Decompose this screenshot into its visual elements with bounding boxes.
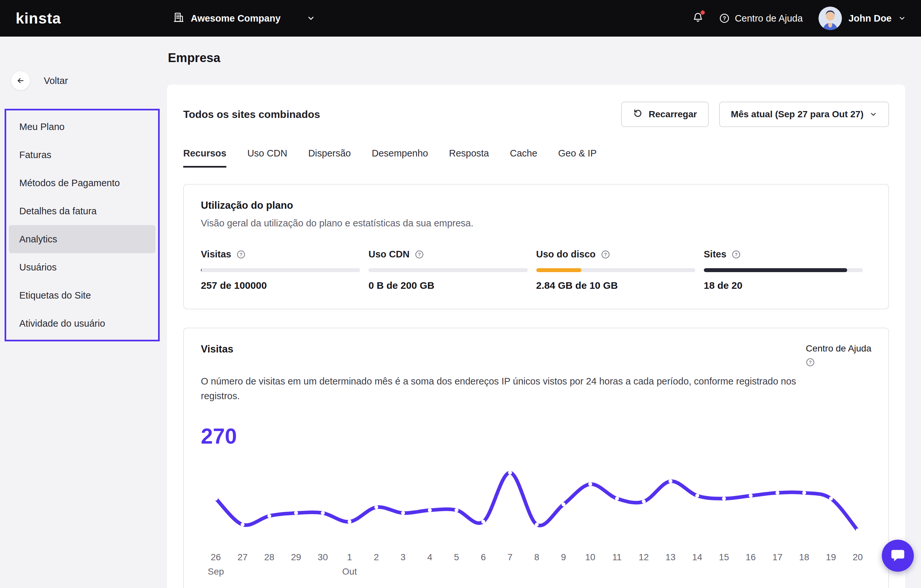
info-icon[interactable]: ? xyxy=(601,250,610,259)
back-button[interactable] xyxy=(11,71,30,90)
sidebar-item[interactable]: Meu Plano xyxy=(9,113,155,141)
sidebar-item-label: Meu Plano xyxy=(19,122,65,132)
sidebar-menu: Meu Plano Faturas Métodos de Pagamento D… xyxy=(5,109,160,341)
svg-text:16: 16 xyxy=(745,552,756,562)
chevron-down-icon xyxy=(898,15,906,22)
sidebar-item[interactable]: Faturas xyxy=(9,141,155,169)
svg-text:?: ? xyxy=(604,252,607,257)
chat-icon xyxy=(890,548,905,564)
reload-label: Recarregar xyxy=(649,109,697,120)
sidebar-item[interactable]: Detalhes da fatura xyxy=(9,197,155,225)
svg-text:5: 5 xyxy=(454,552,459,562)
tab-label: Cache xyxy=(510,148,537,158)
svg-text:?: ? xyxy=(240,252,242,257)
tab[interactable]: Desempenho xyxy=(372,148,428,168)
sidebar-item-label: Faturas xyxy=(19,150,51,160)
sidebar-item-label: Etiquetas do Site xyxy=(19,290,91,301)
sidebar-item-label: Usuários xyxy=(19,262,57,273)
reload-button[interactable]: Recarregar xyxy=(621,102,709,127)
tab[interactable]: Recursos xyxy=(183,148,226,168)
question-circle-icon: ? xyxy=(719,13,730,23)
usage-metric: Uso CDN ? 0 B de 200 GB xyxy=(368,249,536,291)
tab[interactable]: Resposta xyxy=(449,148,489,168)
svg-text:4: 4 xyxy=(427,552,433,562)
metric-label: Visitas xyxy=(201,249,231,260)
tab[interactable]: Cache xyxy=(510,148,537,168)
sidebar-item-label: Métodos de Pagamento xyxy=(19,178,120,189)
svg-text:14: 14 xyxy=(692,552,702,562)
svg-text:?: ? xyxy=(418,252,421,257)
progress-bar-track xyxy=(201,268,360,272)
user-name: John Doe xyxy=(848,13,892,24)
topbar-right: ? Centro de Ajuda John Doe xyxy=(692,0,906,37)
svg-text:15: 15 xyxy=(719,552,729,562)
svg-text:7: 7 xyxy=(508,552,513,562)
sidebar-item[interactable]: Analytics xyxy=(9,225,155,253)
help-center-link[interactable]: ? Centro de Ajuda xyxy=(719,13,803,24)
metric-value: 257 de 100000 xyxy=(201,280,368,291)
visits-header: Visitas Centro de Ajuda ? xyxy=(201,343,871,367)
kinsta-logo[interactable]: Kinsta xyxy=(16,0,61,37)
page-title: Empresa xyxy=(168,51,220,65)
svg-text:6: 6 xyxy=(481,552,486,562)
tab-label: Uso CDN xyxy=(247,148,287,158)
progress-bar-fill xyxy=(201,268,202,272)
chevron-down-icon xyxy=(869,111,877,118)
visits-chart-svg: 2627282930123456789101112131415161718192… xyxy=(201,458,871,582)
screen: Kinsta Awesome Company xyxy=(0,0,921,588)
metric-label-row: Uso do disco ? xyxy=(536,249,704,260)
svg-text:30: 30 xyxy=(318,552,328,562)
company-name: Awesome Company xyxy=(191,13,281,24)
tab[interactable]: Geo & IP xyxy=(558,148,597,168)
svg-text:20: 20 xyxy=(853,552,863,562)
info-icon[interactable]: ? xyxy=(732,250,741,259)
refresh-icon xyxy=(633,108,643,121)
metric-label-row: Sites ? xyxy=(704,249,871,260)
info-icon[interactable]: ? xyxy=(236,250,246,259)
svg-text:?: ? xyxy=(723,15,726,21)
sidebar-item[interactable]: Etiquetas do Site xyxy=(9,281,155,309)
progress-bar-fill xyxy=(536,268,581,272)
sidebar-item-label: Detalhes da fatura xyxy=(19,206,97,217)
metric-value: 18 de 20 xyxy=(704,280,871,291)
svg-text:3: 3 xyxy=(400,552,406,562)
tab[interactable]: Uso CDN xyxy=(247,148,287,168)
chat-widget-button[interactable] xyxy=(882,540,914,572)
usage-metric: Uso do disco ? 2.84 GB de 10 GB xyxy=(536,249,704,291)
sidebar-item[interactable]: Métodos de Pagamento xyxy=(9,169,155,197)
avatar xyxy=(818,7,842,30)
svg-text:Sep: Sep xyxy=(208,567,224,577)
usage-metric: Sites ? 18 de 20 xyxy=(704,249,871,291)
sidebar-item[interactable]: Atividade do usuário xyxy=(9,309,155,337)
svg-text:11: 11 xyxy=(612,552,622,562)
usage-metric: Visitas ? 257 de 100000 xyxy=(201,249,368,291)
help-center-label: Centro de Ajuda xyxy=(806,343,871,354)
period-select[interactable]: Mês atual (Sep 27 para Out 27) xyxy=(719,102,889,127)
company-selector[interactable]: Awesome Company xyxy=(173,0,315,37)
tab[interactable]: Dispersão xyxy=(308,148,351,168)
help-center-link[interactable]: Centro de Ajuda ? xyxy=(806,343,871,367)
svg-text:28: 28 xyxy=(264,552,274,562)
svg-text:17: 17 xyxy=(772,552,783,562)
svg-text:27: 27 xyxy=(238,552,247,562)
chevron-down-icon xyxy=(307,14,315,23)
notifications-button[interactable] xyxy=(692,12,703,25)
info-icon[interactable]: ? xyxy=(415,250,424,259)
visits-total: 270 xyxy=(201,423,871,448)
svg-text:13: 13 xyxy=(665,552,675,562)
svg-text:?: ? xyxy=(735,252,738,257)
metric-value: 0 B de 200 GB xyxy=(368,280,536,291)
help-center-label: Centro de Ajuda xyxy=(735,13,803,24)
svg-text:19: 19 xyxy=(826,552,836,562)
notification-dot xyxy=(701,10,705,15)
back-nav[interactable]: Voltar xyxy=(11,71,68,90)
svg-text:18: 18 xyxy=(799,552,809,562)
svg-text:29: 29 xyxy=(291,552,301,562)
sidebar-item[interactable]: Usuários xyxy=(9,253,155,281)
svg-text:10: 10 xyxy=(585,552,596,562)
metric-label-row: Visitas ? xyxy=(201,249,368,260)
user-menu[interactable]: John Doe xyxy=(818,7,906,30)
metric-label: Uso do disco xyxy=(536,249,596,260)
svg-text:?: ? xyxy=(809,360,812,365)
visits-title: Visitas xyxy=(201,343,233,355)
